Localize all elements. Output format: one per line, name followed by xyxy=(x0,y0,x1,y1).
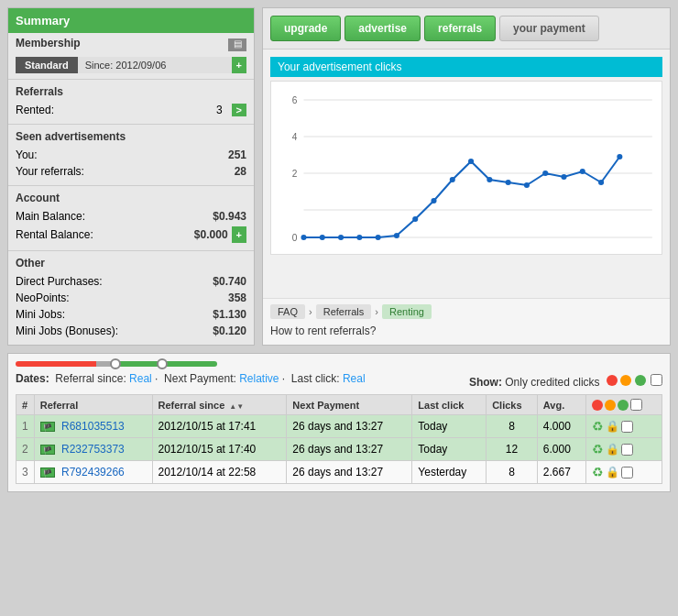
svg-point-22 xyxy=(542,170,548,176)
slider-thumb-right[interactable] xyxy=(157,358,168,369)
header-dot-red xyxy=(592,400,603,411)
row-actions: ♻ 🔒 xyxy=(585,461,662,484)
slider-thumb-left[interactable] xyxy=(110,358,121,369)
you-label: You: xyxy=(16,148,38,161)
referral-name[interactable]: R792439266 xyxy=(61,466,125,478)
recycle-icon[interactable]: ♻ xyxy=(592,465,604,479)
lock-icon[interactable]: 🔒 xyxy=(606,420,619,433)
advertise-button[interactable]: advertise xyxy=(344,16,421,41)
recycle-icon[interactable]: ♻ xyxy=(592,419,604,434)
referral-name[interactable]: R232753373 xyxy=(61,443,125,456)
row-checkbox[interactable] xyxy=(621,444,633,456)
chart-title: Your advertisement clicks xyxy=(270,57,662,77)
svg-point-19 xyxy=(487,177,492,182)
breadcrumb-arrow-1: › xyxy=(309,306,312,317)
header-dot-green xyxy=(618,400,629,411)
show-checkbox[interactable] xyxy=(651,374,662,386)
row-referral-since: 2012/10/15 at 17:41 xyxy=(152,415,287,438)
rental-plus-button[interactable]: + xyxy=(232,226,246,243)
row-checkbox[interactable] xyxy=(621,467,633,478)
chart-container: 6 4 2 0 xyxy=(270,81,662,255)
breadcrumb-faq[interactable]: FAQ xyxy=(270,304,305,319)
row-clicks: 8 xyxy=(487,415,538,438)
table-row: 3 🏴 R792439266 2012/10/14 at 22:58 26 da… xyxy=(16,461,662,484)
flag-icon: 🏴 xyxy=(40,422,55,432)
table-row: 2 🏴 R232753373 2012/10/15 at 17:40 26 da… xyxy=(16,438,662,461)
rental-balance-value: $0.000 xyxy=(194,228,228,241)
neopoints-value: 358 xyxy=(228,292,246,304)
rented-label: Rented: xyxy=(16,104,54,116)
row-avg: 6.000 xyxy=(537,438,585,461)
range-slider[interactable] xyxy=(16,361,217,367)
last-click-link[interactable]: Real xyxy=(343,372,366,385)
row-avg: 4.000 xyxy=(537,415,585,438)
row-checkbox[interactable] xyxy=(621,421,633,433)
dot-red xyxy=(607,375,618,386)
you-value: 251 xyxy=(228,148,246,161)
row-last-click: Today xyxy=(412,438,487,461)
svg-point-24 xyxy=(580,169,585,174)
rented-arrow-button[interactable]: > xyxy=(232,104,246,116)
upgrade-button[interactable]: upgrade xyxy=(270,16,341,41)
row-last-click: Today xyxy=(412,415,487,438)
th-last-click: Last click xyxy=(412,395,487,415)
breadcrumb-referrals[interactable]: Referrals xyxy=(316,304,372,319)
row-clicks: 8 xyxy=(487,461,538,484)
membership-plus-button[interactable]: + xyxy=(232,57,246,73)
row-clicks: 12 xyxy=(487,438,538,461)
referrals-section-title: Referrals xyxy=(16,85,246,98)
lock-icon[interactable]: 🔒 xyxy=(606,443,619,456)
row-referral: 🏴 R681035513 xyxy=(34,415,152,438)
row-referral: 🏴 R232753373 xyxy=(34,438,152,461)
svg-point-21 xyxy=(524,182,530,188)
membership-level: Standard xyxy=(16,57,78,73)
svg-point-16 xyxy=(431,198,436,204)
row-actions: ♻ 🔒 xyxy=(585,415,662,438)
svg-text:4: 4 xyxy=(292,132,298,142)
row-num: 2 xyxy=(16,438,35,461)
header-dots xyxy=(592,399,656,411)
th-next-payment: Next Payment xyxy=(287,395,412,415)
svg-point-20 xyxy=(506,180,511,185)
referrals-ads-value: 28 xyxy=(235,165,246,178)
referral-name[interactable]: R681035513 xyxy=(61,420,125,433)
row-next-payment: 26 days and 13:27 xyxy=(287,461,412,484)
row-num: 3 xyxy=(16,461,35,484)
account-title: Account xyxy=(16,192,246,204)
th-referral-since[interactable]: Referral since ▲▼ xyxy=(152,395,287,415)
next-payment-link[interactable]: Relative xyxy=(239,372,279,385)
breadcrumb-renting[interactable]: Renting xyxy=(382,304,432,319)
referrals-button[interactable]: referrals xyxy=(424,16,496,41)
seen-ads-title: Seen advertisements xyxy=(16,130,246,143)
dates-show-row: Dates: Referral since: Real · Next Payme… xyxy=(16,372,662,390)
lock-icon[interactable]: 🔒 xyxy=(606,466,619,478)
membership-since: Since: 2012/09/06 xyxy=(78,57,232,73)
th-clicks: Clicks xyxy=(487,395,538,415)
th-num: # xyxy=(16,395,35,415)
chart-svg: 6 4 2 0 xyxy=(271,82,662,256)
row-referral: 🏴 R792439266 xyxy=(34,461,152,484)
svg-text:6: 6 xyxy=(292,95,298,105)
svg-point-17 xyxy=(450,177,455,182)
referral-since-link[interactable]: Real xyxy=(129,372,152,385)
svg-point-14 xyxy=(394,233,399,238)
referrals-ads-label: Your referrals: xyxy=(16,165,84,178)
recycle-icon[interactable]: ♻ xyxy=(592,442,604,456)
svg-point-11 xyxy=(338,235,344,240)
th-avg: Avg. xyxy=(537,395,585,415)
direct-purchases-label: Direct Purchases: xyxy=(16,275,103,288)
row-avg: 2.667 xyxy=(537,461,585,484)
how-to-text: How to rent referrals? xyxy=(270,323,662,339)
dot-green xyxy=(635,375,646,386)
summary-header: Summary xyxy=(8,8,254,33)
breadcrumb: FAQ › Referrals › Renting xyxy=(270,304,662,319)
row-last-click: Yesterday xyxy=(412,461,487,484)
header-checkbox[interactable] xyxy=(630,399,642,411)
your-payment-button[interactable]: your payment xyxy=(499,16,599,41)
dot-orange xyxy=(620,375,631,386)
svg-point-13 xyxy=(376,235,381,240)
referrals-table: # Referral Referral since ▲▼ Next Paymen… xyxy=(16,394,662,484)
mini-jobs-bonus-label: Mini Jobs (Bonuses): xyxy=(16,324,118,337)
show-line: Show: Only credited clicks xyxy=(469,374,662,389)
main-balance-label: Main Balance: xyxy=(16,210,85,223)
